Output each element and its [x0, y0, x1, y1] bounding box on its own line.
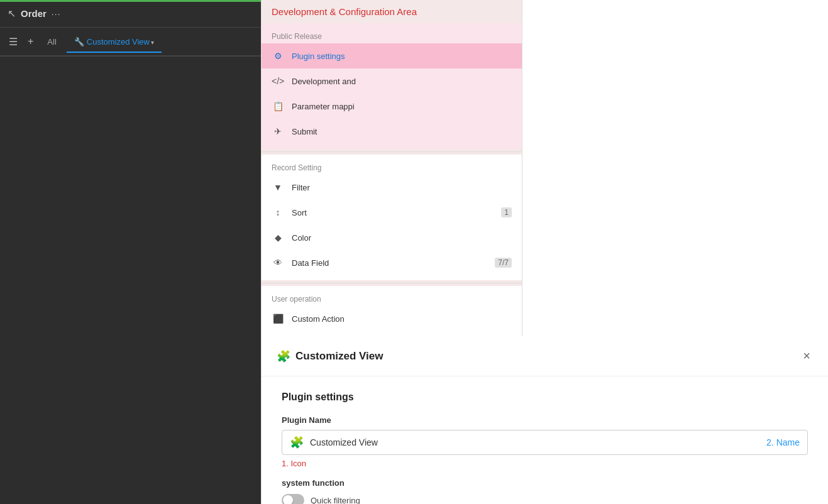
add-icon-btn[interactable]: + — [24, 32, 37, 51]
menu-item-custom-action[interactable]: ⬛ Custom Action — [262, 306, 522, 331]
right-panel-wrapper: 🧩 Customized View × Plugin settings Plug… — [262, 336, 828, 504]
right-panel: Plugin settings Plugin Name 🧩 Customized… — [262, 381, 828, 504]
modal-title-row: 🧩 Customized View — [277, 349, 384, 363]
modal-overlay: Development & Configuration Area Public … — [261, 0, 828, 504]
icon-annotation: 1. Icon — [282, 459, 808, 468]
nav-bar: ☰ + All 🔧Customized View▾ — [0, 28, 261, 57]
submit-icon: ✈ — [272, 126, 284, 136]
quick-filtering-toggle[interactable] — [282, 494, 304, 504]
user-operation-label: User operation — [262, 291, 522, 306]
sort-badge: 1 — [501, 207, 512, 217]
menu-item-submit[interactable]: ✈ Submit — [262, 119, 522, 144]
plugin-settings-title: Plugin settings — [282, 392, 808, 403]
menu-item-development[interactable]: </> Development and — [262, 68, 522, 94]
menu-item-plugin-settings[interactable]: ⚙ Plugin settings — [262, 43, 522, 68]
plugin-settings-label: Plugin settings — [292, 52, 512, 61]
submit-label: Submit — [292, 127, 512, 136]
menu-item-color[interactable]: ◆ Color — [262, 225, 522, 250]
menu-icon-btn[interactable]: ☰ — [5, 32, 21, 52]
sliders-icon: ⚙ — [272, 51, 284, 61]
user-operation-section: User operation ⬛ Custom Action — [262, 286, 522, 336]
data-field-badge: 7/7 — [495, 258, 512, 268]
data-field-label: Data Field — [292, 258, 487, 268]
divider-1 — [262, 151, 522, 152]
menu-item-parameter-mapping[interactable]: 📋 Parameter mappi — [262, 94, 522, 119]
divider-2 — [262, 283, 522, 283]
plugin-name-field-label: Plugin Name — [282, 415, 808, 425]
public-release-label: Public Release — [262, 28, 522, 43]
public-release-section: Public Release ⚙ Plugin settings </> Dev… — [262, 23, 522, 149]
plugin-name-field: 🧩 Customized View 2. Name — [282, 430, 808, 455]
more-options-icon[interactable]: ··· — [52, 9, 61, 19]
sort-label: Sort — [292, 208, 494, 217]
left-sidebar: ↖ Order ··· ☰ + All 🔧Customized View▾ — [0, 0, 261, 504]
dropdown-arrow: ▾ — [151, 39, 154, 46]
plugin-name-value: Customized View — [310, 437, 760, 447]
toggle-knob — [283, 495, 293, 504]
menu-item-filter[interactable]: ▼ Filter — [262, 175, 522, 200]
modal-title: Customized View — [295, 350, 384, 363]
dev-config-header: Development & Configuration Area — [262, 0, 522, 23]
filter-icon: ▼ — [272, 182, 284, 192]
quick-filtering-label: Quick filtering — [311, 496, 360, 505]
custom-action-icon: ⬛ — [272, 314, 284, 324]
tab-customized-view[interactable]: 🔧Customized View▾ — [67, 32, 162, 53]
modal-close-button[interactable]: × — [800, 346, 813, 366]
tab-all[interactable]: All — [40, 32, 63, 53]
modal-header: 🧩 Customized View × — [262, 336, 828, 376]
color-label: Color — [292, 233, 512, 243]
sort-icon: ↕ — [272, 207, 284, 217]
eye-icon: 👁 — [272, 258, 284, 268]
middle-panel: Development & Configuration Area Public … — [262, 0, 522, 336]
order-title: Order — [21, 8, 47, 19]
filter-label: Filter — [292, 183, 512, 192]
custom-action-label: Custom Action — [292, 314, 512, 324]
cursor-icon: ↖ — [8, 8, 16, 19]
menu-item-sort[interactable]: ↕ Sort 1 — [262, 200, 522, 225]
system-function-label: system function — [282, 478, 808, 488]
quick-filtering-row: Quick filtering — [282, 494, 808, 504]
wrench-icon: 🔧 — [74, 37, 84, 47]
plugin-name-icon: 🧩 — [290, 436, 304, 449]
parameter-mapping-label: Parameter mappi — [292, 102, 512, 111]
record-setting-label: Record Setting — [262, 160, 522, 175]
code-icon: </> — [272, 76, 284, 86]
top-bar: ↖ Order ··· — [0, 0, 261, 28]
dev-config-title: Development & Configuration Area — [272, 6, 512, 17]
development-label: Development and — [292, 77, 512, 86]
record-setting-section: Record Setting ▼ Filter ↕ Sort 1 ◆ Color… — [262, 155, 522, 280]
mapping-icon: 📋 — [272, 101, 284, 111]
color-icon: ◆ — [272, 233, 284, 243]
menu-item-data-field[interactable]: 👁 Data Field 7/7 — [262, 250, 522, 275]
plugin-name-annotation-number: 2. Name — [766, 437, 800, 447]
modal-puzzle-icon: 🧩 — [277, 349, 290, 363]
sidebar-content-area — [0, 57, 261, 504]
